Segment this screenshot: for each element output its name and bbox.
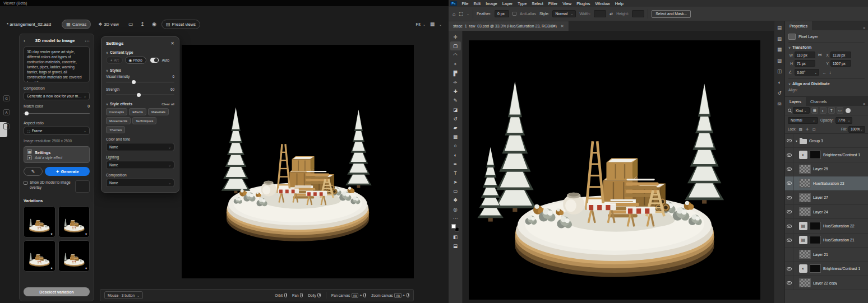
height-input[interactable] [632, 10, 644, 17]
libraries-panel-icon[interactable]: ◫ [777, 68, 782, 74]
group-expand-chevron-icon[interactable]: ▾ [796, 139, 797, 143]
ps-document-canvas[interactable] [469, 40, 760, 300]
camera-icon[interactable]: ◉ [150, 21, 159, 27]
opacity-field[interactable]: 77%⌄ [835, 117, 852, 124]
rectangular-marquee-tool[interactable]: ▢ [450, 41, 461, 50]
flip-horizontal-icon[interactable]: ↔ [822, 70, 827, 75]
prompt-input[interactable]: 3D clay render game art style, different… [24, 46, 90, 82]
more-tools-icon[interactable]: ⋯ [450, 214, 461, 223]
deselect-variation-button[interactable]: Deselect variation [24, 287, 90, 296]
layer-thumbnail[interactable] [799, 207, 811, 216]
layer-row[interactable]: ◐Brightness/Contrast 1 [785, 148, 868, 162]
more-options-icon[interactable]: ⋯ [85, 39, 90, 43]
blur-tool[interactable]: ○ [450, 141, 461, 150]
menu-plugins[interactable]: Plugins [574, 1, 593, 6]
lasso-tool[interactable]: ◠ [450, 50, 461, 59]
layer-row[interactable]: ▾Group 3 [785, 134, 868, 148]
chevron-down-icon[interactable]: ∨ [106, 51, 108, 54]
match-color-slider[interactable] [24, 111, 90, 116]
layer-row[interactable]: Layer 21 [785, 248, 868, 262]
feather-input[interactable]: 0 px [495, 10, 509, 17]
generate-button[interactable]: ✦ Generate [45, 167, 90, 176]
panel-menu-icon[interactable]: ≡ [863, 26, 868, 30]
preset-views-button[interactable]: ▤ Preset views [161, 20, 200, 29]
menu-image[interactable]: Image [483, 1, 500, 6]
menu-window[interactable]: Window [593, 1, 612, 6]
type-tool[interactable]: T [450, 169, 461, 178]
filter-toggle[interactable] [846, 108, 851, 113]
filter-pixel-icon[interactable]: ▦ [811, 107, 818, 114]
visibility-toggle[interactable] [785, 262, 793, 276]
eraser-tool[interactable]: ▰ [450, 123, 461, 132]
blend-mode-select[interactable]: Normal⌄ [788, 117, 818, 124]
art-button[interactable]: ✦ Art [106, 57, 123, 64]
filter-type-icon[interactable]: T [828, 107, 835, 114]
layer-row[interactable]: Layer 25 [785, 162, 868, 176]
layer-row[interactable]: Hue/Saturation 23 [785, 176, 868, 190]
gradient-tool[interactable]: ▩ [450, 132, 461, 141]
close-icon[interactable]: ✕ [170, 41, 174, 46]
visibility-toggle[interactable] [785, 248, 793, 261]
monitor-icon[interactable]: ▭ [126, 21, 135, 27]
close-icon[interactable]: ✕ [561, 24, 564, 29]
chevron-down-icon[interactable]: ∨ [106, 102, 108, 106]
photo-button[interactable]: ◉ Photo [125, 57, 146, 64]
viewer-document-tab[interactable]: * arrangement_02.asd [7, 22, 51, 27]
fill-field[interactable]: 100%⌄ [848, 126, 865, 133]
angle-field[interactable]: 0.00°⌄ [795, 69, 819, 76]
menu-edit[interactable]: Edit [471, 1, 483, 6]
swatches-panel-icon[interactable]: ▧ [777, 36, 782, 41]
auto-toggle[interactable] [150, 58, 159, 63]
layer-mask-thumbnail[interactable] [810, 236, 821, 244]
menu-select[interactable]: Select [529, 1, 546, 6]
hue-saturation-icon[interactable]: ▤ [799, 236, 807, 244]
visibility-toggle[interactable] [785, 234, 793, 247]
link-dimensions-icon[interactable]: ⇄ [610, 12, 613, 16]
chip-movements[interactable]: Movements [106, 117, 131, 124]
visibility-toggle[interactable] [785, 219, 793, 232]
chip-effects[interactable]: Effects [129, 108, 146, 115]
rail-shortcut-v[interactable]: V [3, 123, 10, 129]
rail-shortcut-a[interactable]: A [3, 109, 10, 115]
y-field[interactable]: 1507 px [830, 60, 851, 67]
style-wand-button[interactable]: ✎ [24, 167, 43, 176]
layer-row[interactable]: Layer 24 [785, 205, 868, 219]
rail-shortcut-g[interactable]: G [3, 95, 10, 101]
back-chevron-icon[interactable]: ‹ [24, 39, 25, 43]
width-field[interactable]: 110 px [795, 52, 815, 58]
menu-type[interactable]: Type [515, 1, 529, 6]
crop-tool[interactable]: ▛ [450, 69, 461, 78]
clear-all-link[interactable]: Clear all [161, 102, 174, 106]
variation-thumbnail[interactable]: ✦ [24, 240, 56, 272]
chevron-down-icon[interactable]: ∨ [788, 46, 791, 49]
filter-adjustment-icon[interactable]: ◐ [820, 107, 827, 114]
select-and-mask-button[interactable]: Select and Mask... [652, 10, 691, 18]
path-selection-tool[interactable]: ➤ [450, 178, 461, 187]
eyedropper-tool[interactable]: ✑ [450, 78, 461, 87]
gradients-panel-icon[interactable]: ▦ [777, 46, 782, 52]
chip-concepts[interactable]: Concepts [106, 108, 127, 115]
brightness-contrast-icon[interactable]: ◐ [799, 264, 807, 273]
3d-view-button[interactable]: ❖ 3D view [94, 20, 123, 29]
layer-thumbnail[interactable] [799, 193, 811, 202]
lighting-select[interactable]: None⌄ [106, 161, 174, 169]
hand-tool[interactable]: ✽ [450, 195, 461, 204]
rectangle-tool[interactable]: ▭ [450, 187, 461, 195]
spot-healing-brush-tool[interactable]: ✚ [450, 87, 461, 96]
move-tool[interactable]: ✛ [450, 32, 461, 41]
strength-slider[interactable] [106, 92, 174, 97]
visual-intensity-slider[interactable] [106, 80, 174, 85]
history-brush-tool[interactable]: ↺ [450, 114, 461, 123]
mouse-mode-select[interactable]: Mouse - 3 button ⌄ [104, 291, 143, 299]
quick-mask-icon[interactable]: ◧ [450, 232, 461, 241]
dodge-tool[interactable]: ◐ [450, 150, 461, 159]
layer-thumbnail[interactable] [799, 165, 811, 174]
ps-canvas-area[interactable] [463, 31, 774, 303]
document-tab[interactable]: stage_1_raw_03.psd @ 33.3% (Hue/Saturati… [449, 21, 569, 31]
pen-tool[interactable]: ✒ [450, 160, 461, 169]
visibility-toggle[interactable] [785, 162, 793, 176]
visibility-toggle[interactable] [785, 205, 793, 218]
lock-transparency-icon[interactable]: ▨ [798, 127, 803, 132]
patterns-panel-icon[interactable]: ▨ [777, 58, 782, 63]
width-input[interactable] [594, 10, 606, 17]
